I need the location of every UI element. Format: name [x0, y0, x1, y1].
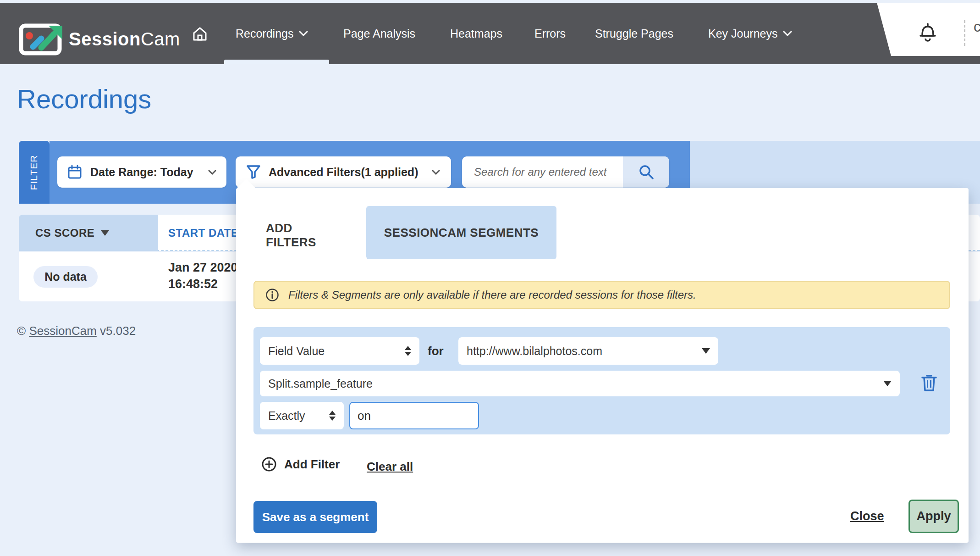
add-filter-button[interactable]: Add Filter [261, 456, 340, 472]
active-nav-indicator [224, 60, 329, 64]
app-window: SessionCam Recordings Page Analysis Heat… [0, 0, 980, 556]
sessioncam-logo-icon [18, 20, 64, 58]
search-icon [638, 164, 655, 180]
brand-name: SessionCam [69, 29, 180, 50]
footer-version: © SessionCam v5.032 [17, 324, 136, 338]
vertical-dashed-divider [964, 20, 965, 46]
cs-score-badge: No data [33, 266, 98, 288]
dropdown-caret-icon [702, 348, 710, 354]
select-spinner-icon [405, 346, 411, 356]
trash-icon [921, 374, 937, 392]
calendar-icon [67, 165, 82, 179]
chevron-down-icon [783, 31, 792, 36]
filter-condition-card: Field Value for http://www.bilalphotos.c… [253, 327, 950, 434]
delete-filter-button[interactable] [918, 372, 940, 394]
chevron-down-icon [299, 31, 308, 36]
column-header-cs-score[interactable]: CS SCORE [19, 215, 158, 251]
save-as-segment-button[interactable]: Save as a segment [253, 501, 377, 533]
notifications-button[interactable] [919, 22, 937, 42]
field-name-select[interactable]: Split.sample_feature [260, 371, 900, 396]
nav-item-struggle-pages[interactable]: Struggle Pages [595, 3, 673, 64]
top-nav: SessionCam Recordings Page Analysis Heat… [0, 3, 980, 64]
operator-select[interactable]: Exactly [260, 402, 344, 429]
nav-right-wedge: c [871, 3, 980, 56]
funnel-icon [247, 165, 260, 179]
advanced-filters-panel: ADD FILTERS SESSIONCAM SEGMENTS Filters … [236, 188, 969, 543]
home-nav-button[interactable] [191, 25, 209, 43]
nav-item-page-analysis[interactable]: Page Analysis [343, 3, 415, 64]
apply-button[interactable]: Apply [908, 500, 959, 533]
filter-value-input[interactable] [349, 402, 479, 429]
select-spinner-icon [329, 411, 336, 421]
home-icon [192, 26, 208, 42]
tab-sessioncam-segments[interactable]: SESSIONCAM SEGMENTS [366, 206, 556, 259]
plus-circle-icon [261, 456, 277, 472]
start-date-cell: Jan 27 2020, 16:48:52 [168, 259, 241, 292]
close-link[interactable]: Close [850, 509, 884, 523]
date-range-label: Date Range: Today [90, 166, 193, 179]
advanced-filters-button[interactable]: Advanced Filters(1 applied) [236, 156, 451, 188]
nav-item-heatmaps[interactable]: Heatmaps [450, 3, 502, 64]
info-banner: Filters & Segments are only available if… [253, 281, 950, 309]
bell-icon [919, 22, 937, 42]
filter-tab-label: FILTER [29, 155, 40, 190]
clipped-right-text: c [974, 18, 980, 35]
search-container [462, 156, 669, 188]
date-range-button[interactable]: Date Range: Today [57, 156, 226, 188]
info-icon [265, 288, 279, 302]
clear-all-link[interactable]: Clear all [367, 460, 413, 474]
search-button[interactable] [623, 156, 669, 188]
brand-logo[interactable]: SessionCam [18, 20, 180, 58]
site-select[interactable]: http://www.bilalphotos.com [458, 337, 718, 365]
advanced-filters-label: Advanced Filters(1 applied) [269, 166, 418, 179]
sort-descending-icon [101, 230, 109, 236]
field-type-select[interactable]: Field Value [260, 337, 419, 365]
filter-side-tab[interactable]: FILTER [19, 141, 50, 204]
tab-add-filters[interactable]: ADD FILTERS [266, 225, 341, 245]
search-input[interactable] [462, 156, 623, 188]
page-title: Recordings [17, 83, 151, 114]
dropdown-caret-icon [883, 381, 892, 386]
footer-brand-link[interactable]: SessionCam [29, 324, 96, 338]
chevron-down-icon [208, 170, 216, 175]
nav-item-errors[interactable]: Errors [534, 3, 566, 64]
info-banner-text: Filters & Segments are only available if… [288, 289, 696, 301]
nav-item-key-journeys[interactable]: Key Journeys [708, 3, 792, 64]
column-header-start-date[interactable]: START DATE [168, 215, 238, 251]
chevron-down-icon [432, 170, 440, 175]
for-label: for [428, 337, 444, 365]
nav-item-recordings[interactable]: Recordings [236, 3, 308, 64]
